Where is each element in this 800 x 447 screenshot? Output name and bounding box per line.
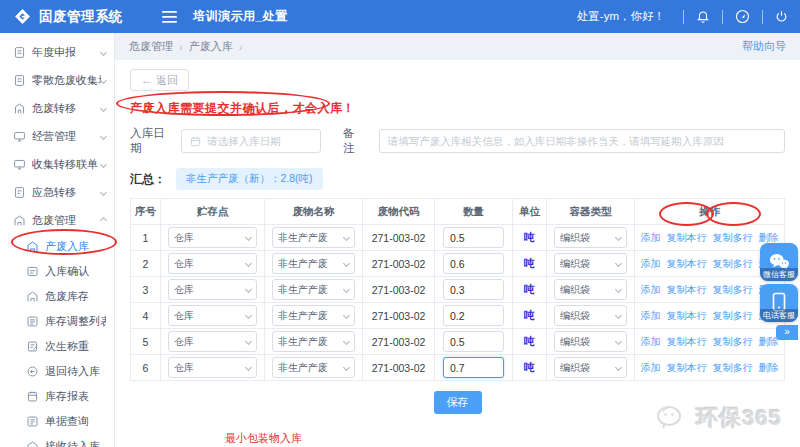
back-button[interactable]: ← 返回 [130, 69, 189, 91]
service-collapse-button[interactable]: » [776, 325, 798, 340]
waste-name-select[interactable]: 非生产产废 [272, 227, 355, 248]
notification-bell-button[interactable] [696, 10, 710, 24]
row-index: 5 [143, 336, 149, 348]
quantity-input-focused[interactable] [443, 357, 504, 378]
sidebar-item-inventory-report[interactable]: 库存报表 [0, 384, 114, 409]
quantity-input[interactable] [443, 305, 504, 326]
chevron-down-icon [615, 234, 622, 241]
container-select-value: 编织袋 [560, 361, 590, 375]
quantity-input[interactable] [443, 253, 504, 274]
back-button-label: 返回 [156, 73, 178, 88]
sidebar-item-receive-pending-inbound[interactable]: 接收待入库 [0, 434, 114, 447]
guide-button[interactable] [735, 9, 750, 24]
delete-link[interactable]: 删除 [759, 362, 779, 373]
waste-name-select[interactable]: 非生产产废 [272, 253, 355, 274]
app-brand[interactable]: 固废管理系统 [14, 8, 154, 26]
watermark: 环保365 [656, 403, 782, 433]
save-button[interactable]: 保存 [434, 391, 482, 414]
inbound-date-input[interactable] [207, 135, 312, 147]
copy-rows-link[interactable]: 复制多行 [713, 258, 753, 269]
breadcrumb-level1[interactable]: 危废管理 [129, 39, 173, 54]
waste-name-select[interactable]: 非生产产废 [272, 331, 355, 352]
help-guide-link[interactable]: 帮助向导 [742, 39, 786, 54]
container-select[interactable]: 编织袋 [554, 357, 627, 378]
copy-row-link[interactable]: 复制本行 [667, 232, 707, 243]
container-select[interactable]: 编织袋 [554, 331, 627, 352]
waste-name-select[interactable]: 非生产产废 [272, 357, 355, 378]
workspace-tab[interactable]: 培训演示用_处置 [193, 8, 288, 25]
storage-select-value: 仓库 [174, 309, 194, 323]
warehouse-icon [13, 214, 26, 227]
add-link[interactable]: 添加 [641, 232, 661, 243]
storage-select[interactable]: 仓库 [168, 305, 257, 326]
waste-name-select[interactable]: 非生产产废 [272, 279, 355, 300]
add-link[interactable]: 添加 [641, 336, 661, 347]
bell-icon [696, 10, 710, 24]
note-input[interactable] [388, 135, 776, 147]
col-operations: 操作 [635, 199, 785, 225]
sidebar-item-collection-manifest[interactable]: 收集转移联单 [0, 150, 114, 178]
copy-row-link[interactable]: 复制本行 [667, 310, 707, 321]
copy-rows-link[interactable]: 复制多行 [713, 284, 753, 295]
copy-rows-link[interactable]: 复制多行 [713, 232, 753, 243]
sidebar-item-secondary-weighing[interactable]: 次生称重 [0, 334, 114, 359]
breadcrumb-level2[interactable]: 产废入库 [189, 39, 233, 54]
sidebar-toggle-button[interactable] [162, 11, 177, 23]
sidebar-item-waste-management[interactable]: 危废管理 [0, 206, 114, 234]
storage-select[interactable]: 仓库 [168, 279, 257, 300]
building-icon [13, 102, 26, 115]
add-link[interactable]: 添加 [641, 310, 661, 321]
copy-rows-link[interactable]: 复制多行 [713, 310, 753, 321]
copy-row-link[interactable]: 复制本行 [667, 258, 707, 269]
date-field-label: 入库日期 [130, 126, 173, 156]
note-field[interactable] [379, 129, 785, 153]
inbound-date-field[interactable] [181, 129, 321, 153]
copy-row-link[interactable]: 复制本行 [667, 362, 707, 373]
chevron-down-icon [100, 76, 107, 83]
sidebar-item-inventory-adjust-list[interactable]: 库存调整列表 [0, 309, 114, 334]
add-link[interactable]: 添加 [641, 258, 661, 269]
container-select[interactable]: 编织袋 [554, 253, 627, 274]
copy-row-link[interactable]: 复制本行 [667, 336, 707, 347]
sidebar-item-annual-report[interactable]: 年度申报 [0, 38, 114, 66]
user-greeting[interactable]: 处置-ym，你好！ [577, 9, 665, 24]
quantity-input[interactable] [443, 331, 504, 352]
copy-rows-link[interactable]: 复制多行 [713, 362, 753, 373]
delete-link[interactable]: 删除 [759, 232, 779, 243]
wechat-service-button[interactable]: 微信客服 [760, 243, 798, 281]
quantity-input[interactable] [443, 279, 504, 300]
waste-name-select[interactable]: 非生产产废 [272, 305, 355, 326]
container-select[interactable]: 编织袋 [554, 279, 627, 300]
copy-rows-link[interactable]: 复制多行 [713, 336, 753, 347]
note-field-label: 备注 [343, 126, 365, 156]
storage-select[interactable]: 仓库 [168, 331, 257, 352]
sidebar-item-inbound-confirm[interactable]: 入库确认 [0, 259, 114, 284]
add-link[interactable]: 添加 [641, 362, 661, 373]
monitor-icon [13, 158, 26, 171]
storage-select[interactable]: 仓库 [168, 253, 257, 274]
sidebar-item-scattered-collection[interactable]: 零散危废收集填报 [0, 66, 114, 94]
sidebar-item-label: 零散危废收集填报 [32, 73, 101, 88]
container-select[interactable]: 编织袋 [554, 305, 627, 326]
sidebar-item-emergency-transfer[interactable]: 应急转移 [0, 178, 114, 206]
summary-badge[interactable]: 非生产产废（新）：2.8(吨) [176, 168, 323, 190]
sidebar-item-operation-management[interactable]: 经营管理 [0, 122, 114, 150]
summary-label: 汇总： [130, 171, 166, 188]
sidebar-item-waste-transfer[interactable]: 危废转移 [0, 94, 114, 122]
col-container: 容器类型 [547, 199, 635, 225]
storage-select[interactable]: 仓库 [168, 227, 257, 248]
sidebar-item-waste-inbound[interactable]: 产废入库 [0, 234, 114, 259]
container-select-value: 编织袋 [560, 335, 590, 349]
container-select[interactable]: 编织袋 [554, 227, 627, 248]
row-index: 1 [143, 232, 149, 244]
sidebar-item-return-pending-inbound[interactable]: 退回待入库 [0, 359, 114, 384]
copy-row-link[interactable]: 复制本行 [667, 284, 707, 295]
quantity-input[interactable] [443, 227, 504, 248]
add-link[interactable]: 添加 [641, 284, 661, 295]
sidebar-item-document-query[interactable]: 单据查询 [0, 409, 114, 434]
storage-select[interactable]: 仓库 [168, 357, 257, 378]
summary-row: 汇总： 非生产产废（新）：2.8(吨) [130, 168, 785, 190]
phone-service-button[interactable]: 电话客服 [760, 284, 798, 322]
logout-button[interactable] [775, 10, 788, 23]
sidebar-item-waste-inventory[interactable]: 危废库存 [0, 284, 114, 309]
